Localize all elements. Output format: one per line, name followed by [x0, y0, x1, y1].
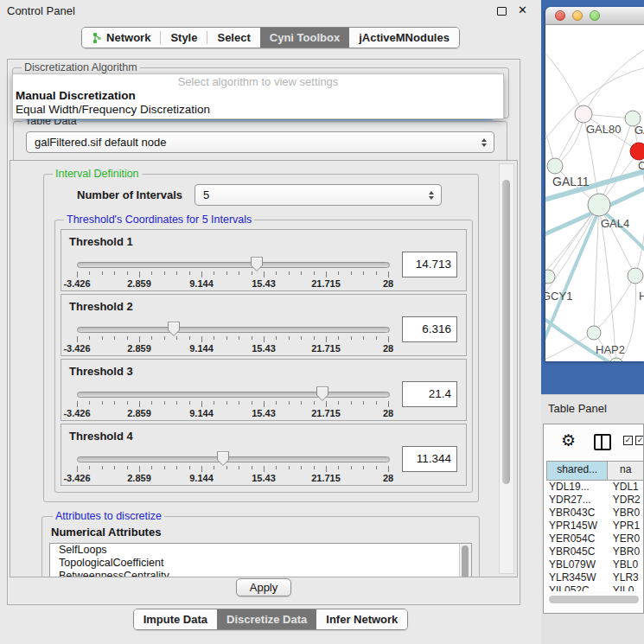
- scale-label: -3.426: [63, 343, 90, 354]
- slider-thumb[interactable]: [167, 321, 181, 337]
- network-edge[interactable]: [594, 276, 635, 333]
- control-panel: Control Panel ✕ NetworkStyleSelectCyni T…: [0, 0, 541, 644]
- scale-label: 21.715: [311, 473, 341, 483]
- checked-checkbox-icon[interactable]: ✓: [623, 436, 633, 445]
- node-label: GCY1: [545, 290, 572, 303]
- table-row[interactable]: YPR145WYPR1: [546, 520, 643, 532]
- table-panel: ⚙ ✓ ✓ shared...na YDL19...YDL1YDR27...YD…: [543, 424, 644, 614]
- slider-track[interactable]: [77, 327, 390, 333]
- panel-title: Control Panel: [7, 4, 75, 17]
- dropdown-option-equal-width-frequency[interactable]: Equal Width/Frequency Discretization: [13, 103, 503, 117]
- node-label-partial: C: [638, 159, 644, 172]
- scale-label: 21.715: [311, 408, 341, 418]
- list-scrollbar[interactable]: [459, 544, 471, 577]
- scale-label: -3.426: [63, 408, 90, 418]
- tab-network[interactable]: Network: [82, 28, 160, 48]
- tab-label: Select: [217, 31, 250, 44]
- close-button[interactable]: [555, 10, 565, 21]
- slider-track[interactable]: [77, 456, 390, 462]
- table-row[interactable]: YDL19...YDL1: [546, 481, 643, 494]
- scale-label: 15.43: [252, 343, 276, 354]
- threshold-label: Threshold 2: [69, 300, 133, 313]
- threshold-value-field[interactable]: 11.344: [402, 446, 457, 472]
- tab-jactivemnodules[interactable]: jActiveMNodules: [349, 28, 459, 48]
- network-node-gal80[interactable]: [575, 105, 592, 123]
- table-row[interactable]: YBL079WYBL0: [546, 558, 643, 571]
- bottom-tab-bar-group: Impute DataDiscretize DataInfer Network: [133, 609, 409, 630]
- scale-label: 21.715: [311, 278, 341, 289]
- table-row[interactable]: YBR045CYBR0: [546, 545, 643, 558]
- attribute-list-item[interactable]: SelfLoops: [50, 544, 471, 557]
- column-header-name[interactable]: na: [608, 462, 643, 480]
- scale-label: 9.144: [189, 473, 214, 483]
- tab-discretize-data[interactable]: Discretize Data: [217, 609, 316, 629]
- network-edge[interactable]: [583, 47, 644, 114]
- zoom-button[interactable]: [590, 10, 600, 21]
- table-row[interactable]: YDR27...YDR2: [546, 494, 643, 507]
- network-edge[interactable]: [545, 67, 644, 153]
- split-columns-icon[interactable]: [594, 434, 611, 450]
- network-node-h[interactable]: [628, 268, 643, 284]
- scale-label: 9.144: [189, 278, 214, 289]
- column-header-shared-name[interactable]: shared...: [547, 462, 608, 480]
- slider-thumb[interactable]: [216, 450, 230, 467]
- table-row[interactable]: YER054CYER0: [546, 532, 643, 545]
- apply-button[interactable]: Apply: [236, 578, 292, 596]
- panel-scrollbar-thumb[interactable]: [502, 180, 510, 484]
- float-window-icon[interactable]: [497, 7, 507, 16]
- attribute-list-item[interactable]: TopologicalCoefficient: [50, 557, 471, 570]
- minimize-button[interactable]: [572, 10, 583, 21]
- network-node-hap2[interactable]: [587, 326, 601, 340]
- slider-track[interactable]: [77, 262, 390, 268]
- list-scrollbar-thumb[interactable]: [462, 545, 469, 577]
- gear-icon[interactable]: ⚙: [561, 431, 576, 450]
- table-cell: YLR3: [608, 571, 643, 584]
- number-of-intervals-value: 5: [195, 188, 209, 201]
- scale-label: 9.144: [189, 408, 214, 418]
- slider-scale-labels: -3.4262.8599.14415.4321.71528: [77, 343, 388, 354]
- table-horizontal-scrollbar-thumb[interactable]: [549, 596, 639, 603]
- slider-thumb[interactable]: [250, 256, 264, 272]
- tab-cyni-toolbox[interactable]: Cyni Toolbox: [260, 28, 349, 48]
- numerical-attributes-list[interactable]: SelfLoopsTopologicalCoefficientBetweenne…: [49, 543, 472, 577]
- slider-ticks: [77, 466, 388, 473]
- cyni-toolbox-panel: Discretization Algorithm Select algorith…: [7, 59, 520, 605]
- checked-checkbox-icon[interactable]: ✓: [635, 436, 644, 445]
- network-node-gal11[interactable]: [547, 158, 563, 174]
- number-of-intervals-combobox[interactable]: 5: [194, 184, 442, 206]
- table-cell: YER0: [608, 532, 643, 545]
- network-node[interactable]: [630, 143, 644, 160]
- table-cell: YDR27...: [546, 494, 608, 507]
- algorithm-dropdown-popup: Select algorithm to view settings Manual…: [12, 73, 504, 119]
- network-node-gcy1[interactable]: [545, 270, 555, 284]
- threshold-value-field[interactable]: 14.713: [402, 252, 457, 277]
- slider-thumb[interactable]: [316, 386, 329, 402]
- number-of-intervals-row: Number of Intervals 5: [77, 184, 442, 206]
- table-data-combobox[interactable]: galFiltered.sif default node: [26, 131, 494, 153]
- table-data-value: galFiltered.sif default node: [27, 136, 166, 149]
- panel-scrollbar[interactable]: [499, 163, 514, 574]
- table-panel-toolbar: ⚙ ✓ ✓: [544, 424, 643, 461]
- table-row[interactable]: YLR345WYLR3: [546, 571, 643, 584]
- slider-track[interactable]: [77, 392, 390, 398]
- network-node-gal4[interactable]: [588, 194, 610, 216]
- close-icon[interactable]: ✕: [518, 3, 527, 16]
- numerical-attributes-label: Numerical Attributes: [51, 526, 472, 539]
- table-cell: YBL0: [608, 558, 643, 571]
- slider-ticks: [77, 336, 388, 343]
- table-row[interactable]: YIL052CYIL0: [546, 584, 643, 591]
- dropdown-option-manual-discretization[interactable]: Manual Discretization: [13, 89, 503, 103]
- threshold-slider: -3.4262.8599.14415.4321.71528: [77, 456, 388, 481]
- threshold-value-field[interactable]: 21.4: [402, 381, 457, 407]
- scale-label: 2.859: [127, 408, 151, 418]
- table-row[interactable]: YBR043CYBR0: [546, 507, 643, 520]
- tab-infer-network[interactable]: Infer Network: [316, 609, 407, 629]
- attribute-list-item[interactable]: BetweennessCentrality: [50, 570, 471, 577]
- network-edge[interactable]: [545, 107, 555, 166]
- network-canvas[interactable]: GAL80GAL11GAL4GCY1HHAP2GAC: [545, 25, 644, 361]
- tab-style[interactable]: Style: [161, 28, 207, 48]
- scale-label: 15.43: [252, 278, 276, 289]
- tab-impute-data[interactable]: Impute Data: [134, 609, 217, 629]
- tab-select[interactable]: Select: [207, 28, 259, 48]
- threshold-value-field[interactable]: 6.316: [402, 316, 457, 342]
